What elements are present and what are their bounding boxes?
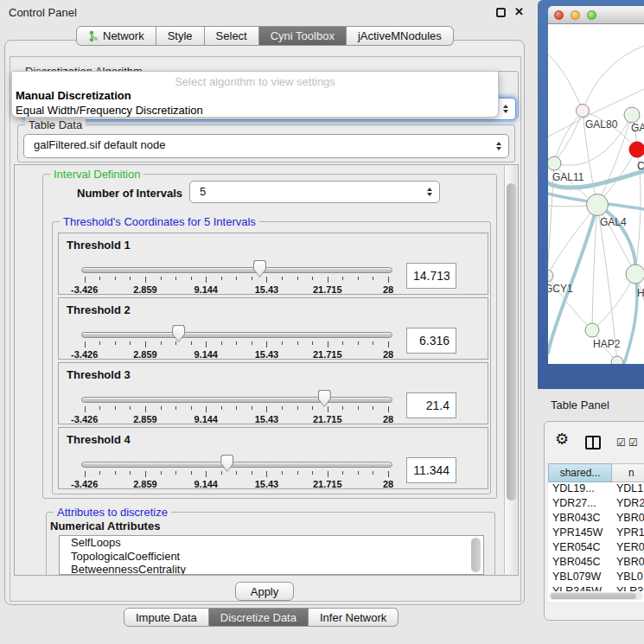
top-tab-bar: NetworkStyleSelectCyni ToolboxjActiveMNo… <box>76 26 454 46</box>
slider-tick <box>328 471 328 477</box>
tab-discretize-data[interactable]: Discretize Data <box>209 608 309 627</box>
float-window-icon[interactable] <box>496 8 506 17</box>
slider-track[interactable] <box>81 462 392 468</box>
tab-select[interactable]: Select <box>205 26 259 46</box>
attribute-item-betweennesscentrality[interactable]: BetweennessCentrality <box>60 563 483 575</box>
tab-style[interactable]: Style <box>156 26 205 46</box>
table-row[interactable]: YPR145WYPR1 <box>548 526 644 541</box>
slider-track[interactable] <box>81 397 392 403</box>
checkbox-icon[interactable]: ☑ <box>628 437 638 449</box>
node-label-ga: GA <box>631 122 644 134</box>
threshold-3-slider[interactable]: -3.4262.8599.14415.4321.71528 <box>76 389 422 425</box>
slider-tick <box>236 406 237 410</box>
table-row[interactable]: YBR045CYBR0 <box>548 556 644 571</box>
network-node[interactable] <box>629 142 644 157</box>
tab-cyni-toolbox[interactable]: Cyni Toolbox <box>259 26 347 46</box>
slider-thumb[interactable] <box>253 260 266 277</box>
slider-tick <box>266 471 267 477</box>
slider-thumb[interactable] <box>220 455 233 472</box>
number-of-intervals-select[interactable]: 5 <box>189 181 440 203</box>
table-row[interactable]: YDR27...YDR2 <box>548 497 644 512</box>
tab-impute-data-label: Impute Data <box>136 611 197 624</box>
close-traffic-light-icon[interactable] <box>554 10 564 20</box>
slider-tick <box>236 341 237 345</box>
network-edge[interactable] <box>554 111 583 163</box>
menu-item-equal-width-frequency[interactable]: Equal Width/Frequency Discretization <box>16 104 203 117</box>
network-edge[interactable] <box>583 46 644 111</box>
numerical-attributes-list[interactable]: SelfLoopsTopologicalCoefficientBetweenne… <box>59 535 484 575</box>
slider-tick-label: 2.859 <box>133 284 157 295</box>
threshold-4-slider[interactable]: -3.4262.8599.14415.4321.71528 <box>76 454 422 490</box>
tab-network[interactable]: Network <box>76 26 156 46</box>
menu-item-manual-discretization[interactable]: Manual Discretization <box>16 89 131 102</box>
network-edge[interactable] <box>548 205 597 276</box>
network-edge-highlighted[interactable] <box>624 274 637 364</box>
table-row[interactable]: YBL079WYBL0 <box>548 571 644 585</box>
close-icon[interactable]: ✕ <box>514 5 524 18</box>
panel-scrollbar-thumb[interactable] <box>507 183 516 501</box>
network-edge[interactable] <box>554 111 583 163</box>
slider-tick <box>388 341 389 348</box>
threshold-4-value-field[interactable] <box>406 457 456 483</box>
slider-thumb[interactable] <box>172 325 185 342</box>
network-edge[interactable] <box>592 274 635 330</box>
zoom-traffic-light-icon[interactable] <box>587 10 596 20</box>
network-node-ga[interactable] <box>624 107 640 123</box>
slider-tick <box>206 277 207 283</box>
column-header-shared-name[interactable]: shared... <box>548 463 612 482</box>
attribute-item-topologicalcoefficient[interactable]: TopologicalCoefficient <box>60 550 483 564</box>
apply-button[interactable]: Apply <box>235 582 294 601</box>
attribute-item-selfloops[interactable]: SelfLoops <box>60 536 483 550</box>
network-node-gal11[interactable] <box>548 156 561 170</box>
table-hscrollbar-thumb[interactable] <box>551 593 636 599</box>
table-data-select[interactable]: galFiltered.sif default node <box>23 134 509 158</box>
network-node-gcy1[interactable] <box>548 270 553 282</box>
checkbox-icon[interactable]: ☑ <box>616 437 626 449</box>
slider-tick <box>206 406 207 412</box>
tab-jactivemnodules[interactable]: jActiveMNodules <box>347 26 454 46</box>
network-graph[interactable]: GAL80GACGAL11GAL4GCY1HHAP2 <box>548 24 644 364</box>
threshold-2-slider[interactable]: -3.4262.8599.14415.4321.71528 <box>76 324 422 360</box>
network-node-gal80[interactable] <box>577 105 590 118</box>
slider-track[interactable] <box>81 332 392 338</box>
gear-icon[interactable]: ⚙ <box>555 431 569 447</box>
network-edge[interactable] <box>548 54 583 111</box>
table-hscrollbar-track[interactable] <box>549 592 643 600</box>
network-node-h[interactable] <box>626 265 644 284</box>
table-row[interactable]: YBR043CYBR0 <box>548 512 644 526</box>
slider-tick <box>85 471 86 477</box>
network-window-titlebar[interactable] <box>548 6 644 24</box>
table-row[interactable]: YER054CYER0 <box>548 541 644 556</box>
slider-tick <box>252 277 252 280</box>
slider-tick <box>85 277 86 283</box>
threshold-1-slider[interactable]: -3.4262.8599.14415.4321.71528 <box>76 259 422 296</box>
network-canvas[interactable]: GAL80GACGAL11GAL4GCY1HHAP2 <box>548 24 644 364</box>
network-node-hap2[interactable] <box>585 323 599 337</box>
threshold-2-value-field[interactable] <box>406 328 456 354</box>
slider-tick <box>175 471 176 475</box>
slider-track[interactable] <box>81 267 392 273</box>
network-node[interactable] <box>611 356 623 364</box>
table-row[interactable]: YLR345WYLR3 <box>548 585 644 591</box>
threshold-3-value-field[interactable] <box>406 392 456 418</box>
slider-tick <box>221 406 222 410</box>
column-selector-icon[interactable] <box>585 436 601 450</box>
panel-scrollbar-track[interactable] <box>504 166 517 574</box>
numerical-attributes-label: Numerical Attributes <box>50 520 160 532</box>
slider-tick-label: 28 <box>383 349 393 360</box>
network-node-gal4[interactable] <box>587 194 609 216</box>
slider-tick <box>161 341 162 345</box>
slider-thumb[interactable] <box>318 390 331 407</box>
table-row[interactable]: YDL19...YDL1 <box>548 482 644 497</box>
tab-infer-network[interactable]: Infer Network <box>309 608 399 627</box>
slider-tick-label: 21.715 <box>313 414 342 424</box>
tab-impute-data[interactable]: Impute Data <box>124 608 209 627</box>
slider-tick-label: 28 <box>383 479 393 489</box>
minimize-traffic-light-icon[interactable] <box>571 10 580 20</box>
attributes-scrollbar[interactable] <box>471 538 481 572</box>
node-label-gcy1: GCY1 <box>548 283 573 295</box>
threshold-1-value-field[interactable] <box>406 263 456 289</box>
slider-tick <box>312 406 313 410</box>
column-header-name[interactable]: n <box>612 463 644 482</box>
tab-discretize-data-label: Discretize Data <box>220 611 296 624</box>
